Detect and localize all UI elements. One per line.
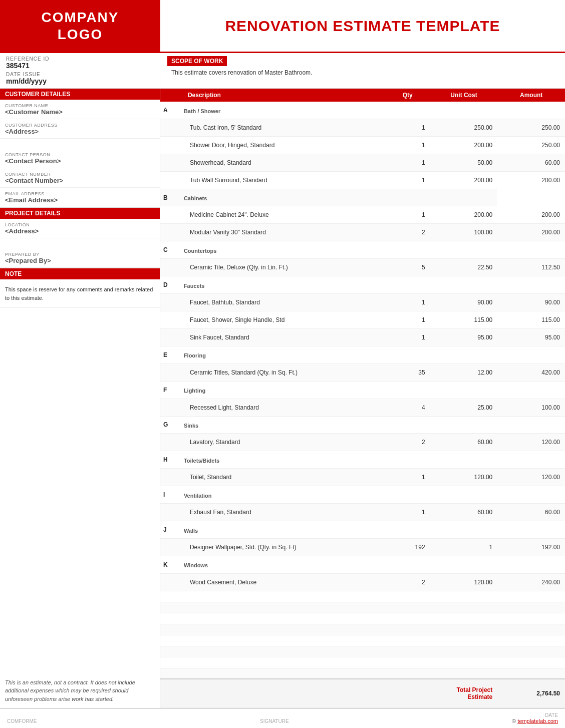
item-unit-cost: 1	[430, 538, 498, 556]
item-description: Modular Vanity 30" Standard	[183, 224, 385, 241]
prepared-value: <Prepared By>	[5, 257, 155, 264]
ref-box: REFERENCE ID 385471 DATE ISSUE mm/dd/yyy…	[0, 53, 160, 88]
footer-date-label: DATE	[545, 712, 558, 718]
footer-date: DATE © templatelab.com	[512, 712, 558, 724]
footer-website-link[interactable]: templatelab.com	[517, 718, 558, 724]
item-amount: 115.00	[497, 311, 565, 329]
contact-person-value: <Contact Person>	[5, 157, 155, 165]
item-amount: 100.00	[497, 399, 565, 416]
category-name: Faucets	[183, 276, 497, 294]
table-row: Ceramic Tile, Deluxe (Qty. in Lin. Ft.)5…	[160, 259, 565, 276]
footer: COMFORME SIGNATURE DATE © templatelab.co…	[0, 708, 565, 728]
ref-id-label: REFERENCE ID	[6, 56, 154, 62]
location-value: <Address>	[5, 227, 155, 235]
ref-id-value: 385471	[6, 62, 154, 70]
category-name: Walls	[183, 521, 497, 539]
item-qty: 2	[385, 573, 430, 591]
category-name: Lighting	[183, 381, 497, 399]
table-row: JWalls	[160, 521, 565, 539]
item-qty: 35	[385, 363, 430, 381]
category-name: Toilets/Bidets	[183, 451, 497, 469]
category-letter: D	[160, 276, 183, 294]
empty-row	[160, 602, 565, 613]
item-qty: 1	[385, 119, 430, 136]
item-letter-empty	[160, 171, 183, 189]
item-qty: 2	[385, 434, 430, 451]
email-label: EMAIL ADDRESS	[5, 191, 155, 196]
disclaimer-text: This is an estimate, not a contract. It …	[5, 678, 155, 703]
category-name: Countertops	[183, 241, 497, 259]
estimate-area: Description Qty Unit Cost Amount ABath /…	[160, 89, 565, 708]
item-letter-empty	[160, 259, 183, 276]
category-letter: A	[160, 102, 183, 119]
category-name: Cabinets	[183, 189, 497, 206]
table-row: HToilets/Bidets	[160, 451, 565, 469]
item-amount: 200.00	[497, 206, 565, 224]
col-unit-cost: Unit Cost	[430, 89, 498, 102]
category-name: Bath / Shower	[183, 102, 497, 119]
item-amount: 120.00	[497, 469, 565, 486]
empty-row	[160, 646, 565, 657]
table-row: Shower Door, Hinged, Standard1200.00250.…	[160, 136, 565, 154]
contact-person-block: CONTACT PERSON <Contact Person>	[0, 149, 160, 168]
item-description: Toilet, Standard	[183, 469, 385, 486]
location-label: LOCATION	[5, 222, 155, 227]
item-unit-cost: 60.00	[430, 434, 498, 451]
table-row: Modular Vanity 30" Standard2100.00200.00	[160, 224, 565, 241]
table-row: Lavatory, Standard260.00120.00	[160, 434, 565, 451]
table-row: Faucet, Bathtub, Standard190.0090.00	[160, 294, 565, 311]
category-letter: B	[160, 189, 183, 206]
contact-phone-label: CONTACT NUMBER	[5, 172, 155, 177]
item-letter-empty	[160, 136, 183, 154]
item-amount: 200.00	[497, 171, 565, 189]
table-row: IVentilation	[160, 486, 565, 504]
project-section: PROJECT DETAILS LOCATION <Address> PREPA…	[0, 208, 160, 268]
item-letter-empty	[160, 206, 183, 224]
item-qty: 4	[385, 399, 430, 416]
total-label: Total Project Estimate	[430, 679, 498, 707]
footer-comforme: COMFORME	[7, 718, 37, 724]
empty-row	[160, 613, 565, 624]
table-header-row: Description Qty Unit Cost Amount	[160, 89, 565, 102]
item-description: Wood Casement, Deluxe	[183, 573, 385, 591]
date-value: mm/dd/yyyy	[6, 77, 154, 85]
item-unit-cost: 120.00	[430, 469, 498, 486]
table-row: KWindows	[160, 556, 565, 573]
signature-label: SIGNATURE	[260, 718, 289, 724]
item-amount: 60.00	[497, 504, 565, 521]
item-amount: 192.00	[497, 538, 565, 556]
customer-address-label: CUSTOMER ADDRESS	[5, 123, 155, 128]
item-qty: 1	[385, 328, 430, 346]
customer-section: CUSTOMER DETAILES CUSTOMER NAME <Custome…	[0, 89, 160, 208]
main-content: CUSTOMER DETAILES CUSTOMER NAME <Custome…	[0, 89, 565, 708]
page: COMPANY LOGO RENOVATION ESTIMATE TEMPLAT…	[0, 0, 565, 728]
table-row: Toilet, Standard1120.00120.00	[160, 469, 565, 486]
estimate-table: Description Qty Unit Cost Amount ABath /…	[160, 89, 565, 708]
category-letter: C	[160, 241, 183, 259]
project-section-header: PROJECT DETAILS	[0, 208, 160, 219]
contact-phone-block: CONTACT NUMBER <Contact Number>	[0, 168, 160, 188]
footer-website: © templatelab.com	[512, 718, 558, 724]
item-letter-empty	[160, 294, 183, 311]
item-description: Designer Wallpaper, Std. (Qty. in Sq. Ft…	[183, 538, 385, 556]
category-letter: H	[160, 451, 183, 469]
category-name: Sinks	[183, 416, 497, 434]
table-row: DFaucets	[160, 276, 565, 294]
item-amount: 90.00	[497, 294, 565, 311]
item-unit-cost: 120.00	[430, 573, 498, 591]
prepared-label: PREPARED BY	[5, 252, 155, 257]
col-qty: Qty	[385, 89, 430, 102]
col-amount: Amount	[497, 89, 565, 102]
item-unit-cost: 200.00	[430, 136, 498, 154]
total-value: 2,764.50	[497, 679, 565, 707]
table-row: Exhaust Fan, Standard160.0060.00	[160, 504, 565, 521]
empty-row	[160, 668, 565, 679]
empty-row	[160, 624, 565, 635]
item-letter-empty	[160, 434, 183, 451]
item-qty: 1	[385, 469, 430, 486]
item-qty: 5	[385, 259, 430, 276]
item-description: Lavatory, Standard	[183, 434, 385, 451]
logo-line2: LOGO	[58, 26, 103, 43]
item-unit-cost: 250.00	[430, 119, 498, 136]
table-row: Faucet, Shower, Single Handle, Std1115.0…	[160, 311, 565, 329]
